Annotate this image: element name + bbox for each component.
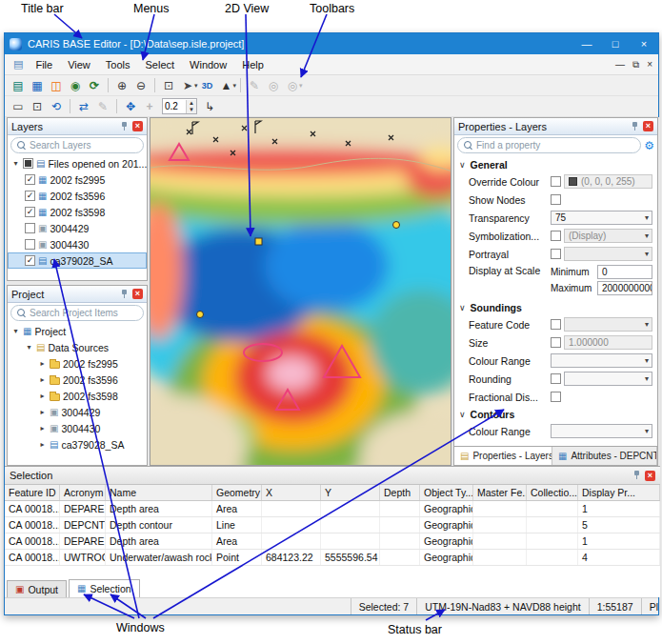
select-rect-icon[interactable]: ⊡ xyxy=(159,76,178,94)
menu-help[interactable]: Help xyxy=(234,54,271,74)
table-row[interactable]: CA 00018... DEPARE Depth area Area Geogr… xyxy=(5,501,660,517)
rounding-checkbox[interactable] xyxy=(551,373,561,384)
minimum-field[interactable]: 0 xyxy=(597,265,652,279)
colour-range-dropdown[interactable] xyxy=(551,353,652,368)
data-source-item[interactable]: ▸ ▣ 3004429 xyxy=(8,404,147,420)
select-window-icon[interactable]: ▭ xyxy=(9,97,28,115)
move-icon[interactable]: ✥ xyxy=(121,97,140,115)
pin-icon[interactable] xyxy=(120,290,129,299)
tolerance-input[interactable] xyxy=(163,101,186,111)
feature-code-checkbox[interactable] xyxy=(551,319,561,330)
fractional-checkbox[interactable] xyxy=(551,392,561,402)
expander-icon[interactable]: ▸ xyxy=(38,375,47,384)
column-header[interactable]: Depth xyxy=(380,485,420,500)
pin-icon[interactable] xyxy=(631,122,639,131)
section-contours[interactable]: ∨ Contours xyxy=(454,406,657,422)
close-icon[interactable]: × xyxy=(132,289,143,299)
column-header[interactable]: Name xyxy=(106,485,212,500)
close-icon[interactable]: × xyxy=(132,121,143,131)
globe-icon[interactable]: ◉ xyxy=(66,76,85,94)
spinner-up-icon[interactable]: ▲ xyxy=(187,100,196,107)
data-source-item[interactable]: ▸ 2002 fs2995 xyxy=(8,355,147,372)
open-data-icon[interactable]: ▤ xyxy=(9,76,28,94)
expander-icon[interactable]: ▸ xyxy=(38,408,47,416)
expander-icon[interactable]: ▸ xyxy=(38,359,47,368)
layer-item[interactable]: ▣ 3004430 xyxy=(8,236,147,252)
layers-search-input[interactable] xyxy=(30,140,137,151)
close-button[interactable]: × xyxy=(630,33,658,54)
column-header[interactable]: Acronym xyxy=(60,485,106,500)
zoom-in-icon[interactable]: ⊕ xyxy=(112,76,131,94)
column-header[interactable]: Master Fe... xyxy=(473,485,527,500)
contours-colour-range-dropdown[interactable] xyxy=(551,424,652,438)
chevron-down-icon[interactable]: ▾ xyxy=(194,82,198,90)
property-search-input[interactable] xyxy=(476,140,634,151)
expander-icon[interactable]: ▾ xyxy=(25,343,33,352)
tab-properties-layers[interactable]: ▤ Properties - Layers xyxy=(454,447,552,465)
column-header[interactable]: Feature ID xyxy=(5,485,60,500)
project-search-input[interactable] xyxy=(30,308,137,318)
menu-file[interactable]: File xyxy=(28,54,60,74)
title-bar[interactable]: CARIS BASE Editor - [D:\Data\sep.isle.pr… xyxy=(5,33,658,54)
layer-checkbox[interactable] xyxy=(25,191,35,201)
column-header[interactable]: Y xyxy=(321,485,380,500)
maximum-field[interactable]: 2000000000 xyxy=(597,281,652,295)
close-icon[interactable]: × xyxy=(643,121,653,131)
minimize-button[interactable]: — xyxy=(572,33,601,54)
rotate-view-icon[interactable]: ⟲ xyxy=(47,97,66,115)
tab-attributes-depcnt[interactable]: ▦ Attributes - DEPCNT xyxy=(552,447,657,465)
tab-output[interactable]: ▣ Output xyxy=(7,580,67,597)
spinner-down-icon[interactable]: ▼ xyxy=(187,107,196,113)
gear-icon[interactable]: ⚙ xyxy=(644,140,654,151)
close-icon[interactable]: × xyxy=(645,471,655,481)
view-3d-icon[interactable]: 3D xyxy=(198,76,217,94)
override-colour-checkbox[interactable] xyxy=(551,176,561,187)
expander-icon[interactable]: ▾ xyxy=(11,159,20,168)
column-header[interactable]: Display Pr... xyxy=(578,485,660,500)
layer-item-selected[interactable]: ▤ ca379028_SA xyxy=(8,252,147,269)
column-header[interactable]: X xyxy=(262,485,321,500)
column-header[interactable]: Object Ty... xyxy=(420,485,473,500)
table-row[interactable]: CA 00018... DEPARE Depth area Area Geogr… xyxy=(5,533,660,550)
mdi-minimize-button[interactable]: — xyxy=(615,59,625,70)
data-source-item[interactable]: ▸ ▣ 3004430 xyxy=(8,420,147,436)
grid-view-icon[interactable]: ▦ xyxy=(28,76,47,94)
pin-icon[interactable] xyxy=(120,122,129,131)
table-row[interactable]: CA 00018... UWTROC Underwater/awash rock… xyxy=(5,550,660,566)
section-soundings[interactable]: ∨ Soundings xyxy=(454,299,657,315)
maximize-button[interactable]: □ xyxy=(601,33,630,54)
layer-item[interactable]: ▣ 3004429 xyxy=(8,220,147,236)
data-source-item[interactable]: ▸ 2002 fs3598 xyxy=(8,388,147,404)
layers-tree-root[interactable]: ▾ ▤ Files opened on 201... xyxy=(8,155,147,171)
size-checkbox[interactable] xyxy=(551,337,561,348)
layer-checkbox[interactable] xyxy=(25,174,35,185)
section-general[interactable]: ∨ General xyxy=(454,156,657,172)
project-tree-root[interactable]: ▾ ▦ Project xyxy=(8,323,147,339)
expander-icon[interactable]: ▸ xyxy=(38,440,47,449)
layer-item[interactable]: ▦ 2002 fs3596 xyxy=(8,188,147,204)
chevron-down-icon[interactable]: ▾ xyxy=(233,82,237,90)
portrayal-checkbox[interactable] xyxy=(551,249,561,259)
transparency-dropdown[interactable]: 75 xyxy=(551,211,652,225)
column-header[interactable]: Collectio... xyxy=(527,485,578,500)
mdi-close-button[interactable]: × xyxy=(647,59,652,70)
map-2d-view[interactable] xyxy=(150,117,451,466)
refresh-icon[interactable]: ⟳ xyxy=(85,76,104,94)
layer-checkbox[interactable] xyxy=(25,207,35,217)
rounding-dropdown[interactable] xyxy=(564,372,652,386)
zoom-out-icon[interactable]: ⊖ xyxy=(131,76,150,94)
tab-selection[interactable]: ▦ Selection xyxy=(69,579,140,597)
angle-icon[interactable]: ↳ xyxy=(200,97,219,115)
layer-checkbox[interactable] xyxy=(25,223,35,233)
menu-window[interactable]: Window xyxy=(182,54,234,74)
data-sources-node[interactable]: ▾ ▤ Data Sources xyxy=(8,339,147,355)
expander-icon[interactable]: ▾ xyxy=(11,327,20,335)
column-header[interactable]: Geometry xyxy=(212,485,262,500)
layer-checkbox[interactable] xyxy=(25,255,35,266)
pin-icon[interactable] xyxy=(632,471,641,480)
data-source-item[interactable]: ▸ ▤ ca379028_SA xyxy=(8,436,147,453)
menu-view[interactable]: View xyxy=(60,54,98,74)
layer-item[interactable]: ▦ 2002 fs3598 xyxy=(8,204,147,220)
new-surface-icon[interactable]: ◫ xyxy=(47,76,66,94)
expander-icon[interactable]: ▸ xyxy=(38,424,47,433)
